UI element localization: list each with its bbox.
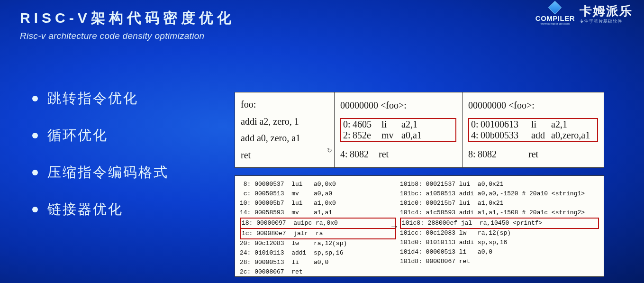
mnemonic: ret — [379, 149, 399, 160]
encoding: 8082 — [478, 149, 526, 160]
bullet-item: 压缩指令编码格式 — [32, 163, 169, 182]
highlight-box: 0:00100613 lia2,1 4:00b00533 adda0,zero,… — [468, 118, 598, 142]
dis-line: 101d0: 01010113 addi sp,sp,16 — [400, 238, 599, 247]
addr: 4: — [340, 149, 350, 160]
dis-line: 0:00100613 lia2,1 — [471, 119, 595, 130]
logo-brand: 卡姆派乐 专注于芯片基础软件 — [580, 3, 633, 25]
logo-compiler-text: COMPILER — [535, 14, 575, 22]
dis-line: 4:8082 ret — [340, 149, 456, 160]
dis-line: 101cc: 00c12083 lw ra,12(sp) — [400, 228, 599, 238]
bullet-list: 跳转指令优化 循环优化 压缩指令编码格式 链接器优化 — [32, 89, 169, 237]
operands: a0,a1 — [401, 130, 422, 140]
dis-line: 101c0: 000215b7 lui a1,0x21 — [400, 199, 599, 208]
bullet-text: 跳转指令优化 — [47, 89, 138, 108]
dis-line: 14: 00058593 mv a1,a1 — [240, 208, 396, 218]
operands: a2,1 — [551, 119, 567, 129]
dis-line: 101c4: a1c58593 addi a1,a1,-1508 # 20a1c… — [400, 208, 599, 218]
dis-line: 0:4605 lia2,1 — [343, 119, 454, 130]
dis-line: 101c8: 288000ef jal ra,10450 <printf> — [400, 218, 599, 229]
dis-line: 20: 00c12083 lw ra,12(sp) — [240, 239, 396, 248]
mnemonic: mv — [381, 130, 401, 141]
asm-line: add a0, zero, a1 — [241, 133, 328, 144]
bullet-item: 跳转指令优化 — [32, 89, 169, 108]
dis-line: 10: 000005b7 lui a1,0x0 — [240, 199, 396, 208]
dis-line: 8:8082 ret — [468, 149, 598, 160]
asm-line: foo: — [241, 99, 328, 110]
reload-icon: ↻ — [327, 147, 332, 154]
arrow-icon: → — [390, 221, 399, 232]
addr: 0: — [471, 119, 481, 130]
dis-line: 1c: 000080e7 jalr ra — [240, 228, 396, 239]
operands: a2,1 — [401, 119, 417, 129]
dis-line: 18: 00000097 auipc ra,0x0 — [240, 218, 396, 229]
bullet-item: 链接器优化 — [32, 200, 169, 219]
dis-line: c: 00050513 mv a0,a0 — [240, 189, 396, 199]
bullet-dot-icon — [32, 207, 38, 212]
slide-header: RISC-V架构代码密度优化 Risc-v architecture code … — [20, 9, 235, 41]
panel-linker-example: 8: 00000537 lui a0,0x0 c: 00050513 mv a0… — [235, 175, 604, 277]
logo-block: COMPILER www.compiler-dev.com 卡姆派乐 专注于芯片… — [535, 3, 633, 25]
addr: 2: — [343, 130, 353, 141]
title-en: Risc-v architecture code density optimiz… — [20, 31, 235, 41]
dis-head: 00000000 <foo>: — [468, 100, 598, 111]
mnemonic: add — [531, 130, 551, 141]
dis-line: 8: 00000537 lui a0,0x0 — [240, 180, 396, 189]
dis-line: 4:00b00533 adda0,zero,a1 — [471, 130, 595, 141]
encoding: 852e — [353, 130, 379, 141]
dis-line: 101d8: 00008067 ret — [400, 257, 599, 266]
linker-before-column: 8: 00000537 lui a0,0x0 c: 00050513 mv a0… — [240, 180, 396, 273]
asm-line: addi a2, zero, 1 — [241, 116, 328, 127]
dis-compressed-column: 00000000 <foo>: 0:4605 lia2,1 2:852e mva… — [335, 92, 463, 167]
asm-source-column: foo: addi a2, zero, 1 add a0, zero, a1 r… — [235, 92, 335, 167]
operands: a0,zero,a1 — [551, 130, 590, 140]
bullet-item: 循环优化 — [32, 126, 169, 145]
dis-line: 101d4: 00000513 li a0,0 — [400, 247, 599, 257]
highlight-box: 0:4605 lia2,1 2:852e mva0,a1 — [340, 118, 456, 142]
addr: 8: — [468, 149, 478, 160]
encoding: 00b00533 — [481, 130, 529, 141]
bullet-dot-icon — [32, 170, 38, 175]
title-cn: RISC-V架构代码密度优化 — [20, 9, 235, 28]
addr: 0: — [343, 119, 353, 130]
dis-line: 28: 00000513 li a0,0 — [240, 258, 396, 267]
dis-line: 24: 01010113 addi sp,sp,16 — [240, 248, 396, 258]
dis-uncompressed-column: 00000000 <foo>: 0:00100613 lia2,1 4:00b0… — [463, 92, 604, 167]
encoding: 00100613 — [481, 119, 529, 130]
bullet-text: 压缩指令编码格式 — [47, 163, 169, 182]
mnemonic: li — [381, 119, 401, 130]
bullet-dot-icon — [32, 96, 38, 101]
linker-after-column: 101b8: 00021537 lui a0,0x21101bc: a10505… — [400, 180, 599, 273]
bullet-text: 链接器优化 — [47, 200, 123, 219]
diamond-icon — [548, 1, 562, 14]
dis-line: 101bc: a1050513 addi a0,a0,-1520 # 20a10… — [400, 189, 599, 199]
mnemonic: li — [531, 119, 551, 130]
dis-line: 2c: 00008067 ret — [240, 267, 396, 277]
dis-line: 101b8: 00021537 lui a0,0x21 — [400, 180, 599, 189]
encoding: 8082 — [350, 149, 376, 160]
dis-head: 00000000 <foo>: — [340, 100, 456, 111]
addr: 4: — [471, 130, 481, 141]
bullet-dot-icon — [32, 133, 38, 138]
panel-compressed-example: foo: addi a2, zero, 1 add a0, zero, a1 r… — [235, 92, 604, 168]
logo-compiler: COMPILER www.compiler-dev.com — [535, 3, 575, 25]
encoding: 4605 — [353, 119, 379, 130]
logo-compiler-sub: www.compiler-dev.com — [535, 22, 575, 25]
bullet-text: 循环优化 — [47, 126, 108, 145]
dis-line: 2:852e mva0,a1 — [343, 130, 454, 141]
asm-line: ret — [241, 150, 328, 161]
mnemonic: ret — [528, 149, 548, 160]
logo-brand-main: 卡姆派乐 — [580, 3, 633, 19]
